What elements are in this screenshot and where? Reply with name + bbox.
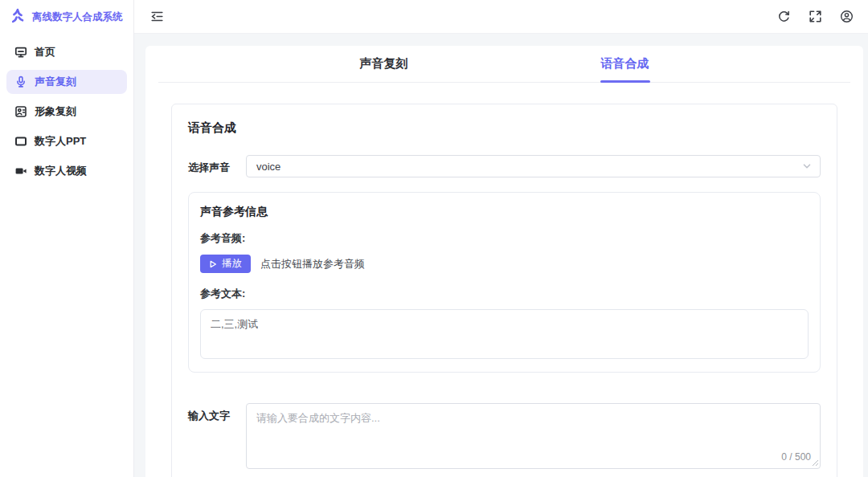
topbar [134,0,868,34]
presentation-screen-icon [14,135,27,148]
refresh-icon[interactable] [777,10,791,23]
collapse-sidebar-icon[interactable] [150,10,164,23]
play-hint-text: 点击按钮播放参考音频 [260,257,365,271]
voice-select-row: 选择声音 voice [188,155,821,177]
voice-select-label: 选择声音 [188,155,246,175]
sidebar-item-digital-human-ppt[interactable]: 数字人PPT [6,129,127,153]
reference-audio-row: 播放 点击按钮播放参考音频 [200,255,809,273]
sidebar-item-label: 首页 [35,45,55,59]
fullscreen-icon[interactable] [809,10,822,23]
voice-select-value: voice [256,161,802,173]
topbar-actions [777,10,854,23]
play-audio-button[interactable]: 播放 [200,255,251,273]
main-area: 声音复刻 语音合成 语音合成 选择声音 voice [134,34,868,477]
sidebar-item-label: 形象复刻 [35,104,76,119]
content-card: 声音复刻 语音合成 语音合成 选择声音 voice [145,46,863,477]
app-title: 离线数字人合成系统 [32,10,123,24]
tab-label: 语音合成 [601,56,649,71]
voice-reference-box: 声音参考信息 参考音频: 播放 点击按钮播放参考音频 参考文本: 二,三,测试 [188,192,821,373]
sidebar-item-home[interactable]: 首页 [6,40,127,64]
app-logo-icon [8,7,27,26]
monitor-icon [14,46,27,59]
active-tab-underline [600,80,650,83]
panel-title: 语音合成 [188,120,821,136]
sidebar-menu: 首页 声音复刻 形象复刻 数字人PPT [0,34,133,183]
play-button-label: 播放 [222,257,242,271]
speech-synthesis-panel: 语音合成 选择声音 voice 声音参考信息 参考音频: [171,104,837,477]
sidebar-item-label: 声音复刻 [35,75,76,89]
synthesis-text-input[interactable] [246,403,821,469]
voice-select[interactable]: voice [246,155,821,177]
user-avatar-icon[interactable] [840,10,854,23]
input-text-row: 输入文字 0 / 500 [188,403,821,469]
sidebar-item-voice-clone[interactable]: 声音复刻 [6,70,127,94]
sidebar-item-digital-human-video[interactable]: 数字人视频 [6,159,127,183]
tabs: 声音复刻 语音合成 [158,46,850,83]
input-textarea-wrap: 0 / 500 [246,403,821,469]
resize-grip-icon[interactable] [812,459,819,467]
reference-title: 声音参考信息 [200,205,809,219]
tab-speech-synthesis[interactable]: 语音合成 [505,46,746,82]
app-logo: 离线数字人合成系统 [0,0,133,34]
portrait-card-icon [14,105,27,118]
chevron-down-icon [802,161,812,171]
reference-audio-label: 参考音频: [200,231,809,246]
tab-label: 声音复刻 [360,56,408,71]
video-camera-icon [14,165,27,177]
sidebar: 离线数字人合成系统 首页 声音复刻 [0,0,134,477]
reference-text-box: 二,三,测试 [200,309,809,359]
input-text-label: 输入文字 [188,403,246,423]
content-column: 声音复刻 语音合成 语音合成 选择声音 voice [134,0,868,477]
microphone-icon [14,75,27,88]
tab-voice-clone[interactable]: 声音复刻 [264,46,505,82]
reference-text-label: 参考文本: [200,287,809,301]
sidebar-item-avatar-clone[interactable]: 形象复刻 [6,100,127,124]
sidebar-item-label: 数字人视频 [35,164,87,178]
play-icon [209,260,217,268]
sidebar-item-label: 数字人PPT [35,134,86,149]
